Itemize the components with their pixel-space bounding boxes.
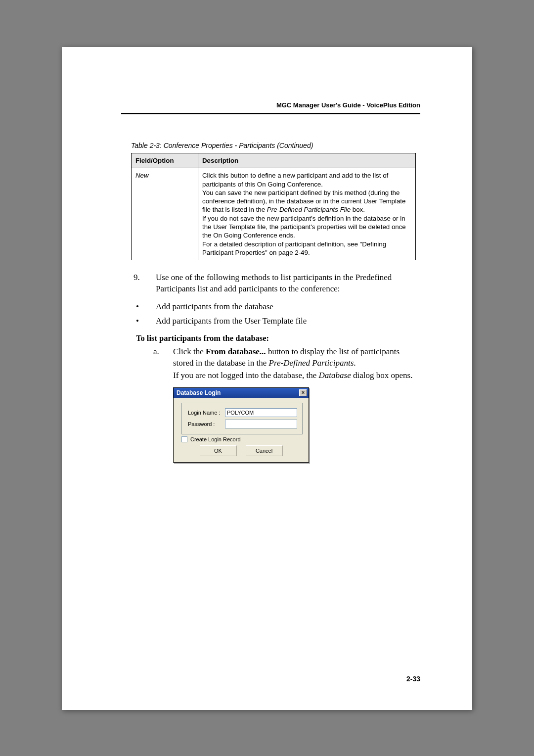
- table-row: New Click this button to define a new pa…: [132, 168, 416, 260]
- step-a-bold: From database...: [206, 347, 266, 356]
- bullet-2: Add participants from the User Template …: [121, 314, 420, 329]
- step-a-line2: If you are not logged into the database,…: [173, 370, 420, 381]
- step-9: 9. Use one of the following methods to l…: [121, 272, 420, 295]
- header-rule: [121, 113, 420, 114]
- step-a-ital: Pre-Defined Participants: [269, 358, 354, 368]
- dialog-title: Database Login: [177, 389, 221, 396]
- step-a-t1: Click the: [173, 347, 206, 356]
- cancel-button[interactable]: Cancel: [246, 445, 283, 456]
- dialog-titlebar[interactable]: Database Login ×: [174, 388, 309, 398]
- step-a-t3: .: [354, 358, 356, 368]
- running-header: MGC Manager User's Guide - VoicePlus Edi…: [121, 101, 420, 113]
- sub-heading: To list participants from the database:: [136, 333, 420, 343]
- numbered-steps: 9. Use one of the following methods to l…: [121, 272, 420, 295]
- password-row: Password :: [188, 420, 297, 428]
- step-a-l2-t2: dialog box opens.: [351, 371, 413, 380]
- conference-properties-table: Field/Option Description New Click this …: [131, 153, 416, 260]
- col-description: Description: [198, 153, 416, 168]
- login-name-label: Login Name :: [188, 410, 225, 416]
- close-icon[interactable]: ×: [299, 389, 307, 396]
- password-field[interactable]: [225, 420, 297, 428]
- desc-p1: Click this button to define a new partic…: [202, 171, 411, 189]
- password-label: Password :: [188, 421, 225, 427]
- table-caption: Table 2-3: Conference Properties - Parti…: [131, 142, 420, 149]
- step-a-letter: a.: [153, 346, 159, 358]
- create-login-record-row[interactable]: Create Login Record: [181, 436, 301, 442]
- login-fieldset: Login Name : Password :: [181, 403, 303, 434]
- dialog-body: Login Name : Password : Create Login Rec…: [174, 398, 309, 462]
- create-login-record-label: Create Login Record: [190, 436, 241, 442]
- database-login-dialog: Database Login × Login Name : Password :…: [173, 387, 309, 463]
- alpha-steps: a. Click the From database... button to …: [121, 346, 420, 381]
- col-field-option: Field/Option: [132, 153, 198, 168]
- step-a-line1: Click the From database... button to dis…: [173, 347, 400, 368]
- desc-p4: For a detailed description of participan…: [202, 240, 411, 257]
- page: MGC Manager User's Guide - VoicePlus Edi…: [62, 47, 472, 710]
- step-9-text: Use one of the following methods to list…: [156, 273, 392, 293]
- description-cell: Click this button to define a new partic…: [198, 168, 416, 260]
- step-a-l2-t1: If you are not logged into the database,…: [173, 371, 319, 380]
- step-number: 9.: [134, 272, 140, 284]
- checkbox-icon[interactable]: [181, 436, 187, 442]
- desc-p2-ital: Pre-Defined Participants File: [267, 206, 351, 213]
- ok-button[interactable]: OK: [200, 445, 237, 456]
- step-a-l2-ital: Database: [319, 371, 351, 380]
- login-name-field[interactable]: [225, 408, 297, 417]
- step-a: a. Click the From database... button to …: [121, 346, 420, 381]
- table-header-row: Field/Option Description: [132, 153, 416, 168]
- dialog-button-row: OK Cancel: [181, 445, 301, 456]
- desc-p2-b: box.: [351, 206, 365, 213]
- login-name-row: Login Name :: [188, 408, 297, 417]
- field-option-cell: New: [132, 168, 198, 260]
- desc-p3: If you do not save the new participant's…: [202, 214, 411, 240]
- page-number: 2-33: [406, 675, 420, 683]
- desc-p2: You can save the new participant defined…: [202, 189, 411, 214]
- bullet-1: Add participants from the database: [121, 300, 420, 314]
- bullet-list: Add participants from the database Add p…: [121, 300, 420, 329]
